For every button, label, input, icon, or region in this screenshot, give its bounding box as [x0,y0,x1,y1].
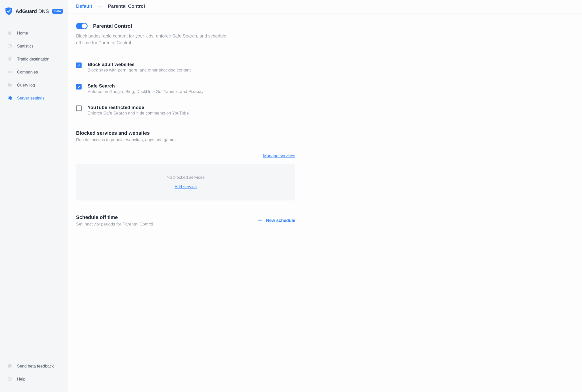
sidebar: AdGuard DNS Beta Home Statistics [0,0,68,392]
sidebar-item-label: Companies [17,70,38,74]
option-safe-search: Safe Search Enforce on Google, Bing, Duc… [76,80,295,101]
brand-name: AdGuard DNS [16,8,49,14]
sidebar-item-label: Home [17,31,28,36]
manage-services-link[interactable]: Manage services [263,154,295,158]
sidebar-item-label: Statistics [17,44,34,48]
option-title: Block adult websites [88,62,191,67]
sidebar-item-home[interactable]: Home [0,26,68,40]
section-title: Schedule off time [76,214,153,220]
options-list: Block adult websites Block sites with po… [76,58,295,123]
breadcrumb: Default → Parental Control [68,0,582,14]
svg-rect-0 [8,71,12,72]
arrow-right-icon: → [98,4,102,9]
sidebar-item-companies[interactable]: Companies [0,66,68,78]
section-subtitle: Set inactivity periods for Parental Cont… [76,222,153,227]
new-schedule-button[interactable]: New schedule [257,218,295,223]
sidebar-item-server-settings[interactable]: Server settings [0,92,68,104]
sidebar-item-traffic-destination[interactable]: Traffic destination [0,52,68,66]
sidebar-item-label: Traffic destination [17,57,49,62]
brand: AdGuard DNS Beta [0,7,68,23]
option-desc: Block sites with porn, gore, and other s… [88,68,191,73]
section-subtitle: Restrict access to popular websites, app… [76,138,295,142]
beta-badge: Beta [52,9,63,14]
option-desc: Enforce Safe Search and hide comments on… [88,111,189,116]
sidebar-item-label: Query log [17,83,35,88]
chat-icon [7,363,13,369]
sidebar-item-statistics[interactable]: Statistics [0,40,68,52]
svg-rect-1 [8,72,12,73]
home-icon [7,30,13,36]
plus-icon [257,218,262,223]
option-desc: Enforce on Google, Bing, DuckDuckGo, Yan… [88,89,203,94]
option-block-adult-websites: Block adult websites Block sites with po… [76,58,295,80]
sidebar-item-help[interactable]: Help [0,372,68,386]
main-content: Default → Parental Control Parental Cont… [68,0,582,392]
breadcrumb-current: Parental Control [108,4,145,9]
parental-control-toggle[interactable] [76,23,88,29]
option-youtube-restricted: YouTube restricted mode Enforce Safe Sea… [76,101,295,123]
help-icon [7,376,13,382]
sidebar-item-label: Send beta feedback [17,364,54,368]
checkbox-safe-search[interactable] [76,84,82,90]
folder-icon [7,82,13,88]
pie-chart-icon [7,43,13,49]
blocked-services-section: Blocked services and websites Restrict a… [76,130,295,200]
schedule-section: Schedule off time Set inactivity periods… [76,214,295,227]
svg-point-3 [9,378,11,380]
option-title: YouTube restricted mode [88,105,189,110]
brand-logo-icon [5,7,13,16]
blocked-services-empty: No blocked services Add service [76,164,295,200]
empty-text: No blocked services [81,175,290,180]
checkbox-youtube-restricted[interactable] [76,106,82,111]
companies-icon [7,69,13,75]
sidebar-item-query-log[interactable]: Query log [0,78,68,92]
page-subtitle: Block undesirable content for your kids,… [76,33,231,46]
section-title: Blocked services and websites [76,130,295,136]
sidebar-item-label: Server settings [17,96,45,100]
page-title: Parental Control [93,23,132,29]
option-title: Safe Search [88,83,203,89]
breadcrumb-root[interactable]: Default [76,4,92,9]
sidebar-item-label: Help [17,377,26,382]
gear-icon [7,95,13,101]
sidebar-bottom: Send beta feedback Help [0,360,68,387]
sidebar-nav: Home Statistics Traffic destination Comp… [0,23,68,360]
sidebar-item-send-feedback[interactable]: Send beta feedback [0,360,68,372]
add-service-link[interactable]: Add service [175,184,197,189]
map-pin-icon [7,56,13,62]
checkbox-block-adult-websites[interactable] [76,62,82,68]
new-schedule-label: New schedule [266,218,295,223]
